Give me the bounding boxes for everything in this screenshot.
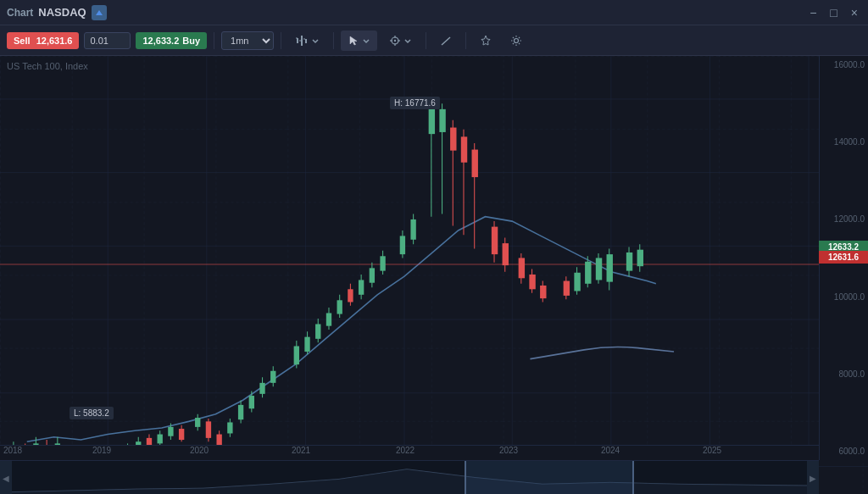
divider-1: [214, 32, 214, 49]
svg-rect-94: [370, 268, 375, 282]
x-label-2024: 2024: [601, 446, 620, 455]
svg-rect-72: [238, 405, 243, 419]
svg-rect-124: [574, 273, 580, 291]
svg-rect-114: [503, 243, 509, 265]
svg-rect-2: [305, 39, 307, 43]
symbol-icon: [92, 5, 107, 20]
svg-rect-100: [410, 219, 415, 240]
indicator-button[interactable]: [473, 31, 498, 51]
svg-rect-64: [195, 418, 200, 427]
svg-rect-74: [249, 396, 254, 408]
svg-rect-82: [304, 337, 309, 352]
price-12000: 12000.0: [823, 214, 865, 224]
x-label-2018: 2018: [3, 446, 22, 455]
chart-svg: [0, 56, 868, 494]
x-label-2022: 2022: [396, 446, 415, 455]
svg-rect-58: [158, 435, 163, 444]
x-label-2020: 2020: [190, 446, 209, 455]
maximize-button[interactable]: □: [826, 4, 840, 21]
close-button[interactable]: ×: [848, 4, 861, 21]
svg-rect-60: [168, 427, 173, 436]
chart-wrapper[interactable]: US Tech 100, Index H: 16771.6 L: 5883.2 …: [0, 56, 868, 494]
draw-tool-button[interactable]: [433, 31, 459, 51]
chart-label: Chart: [7, 7, 33, 19]
divider-5: [465, 32, 466, 49]
title-bar-right: − □ ×: [806, 4, 861, 21]
price-8000: 8000.0: [823, 369, 865, 379]
chart-type-button[interactable]: [288, 31, 326, 51]
svg-rect-70: [227, 422, 232, 433]
title-bar-left: Chart NASDAQ: [7, 5, 799, 20]
divider-2: [281, 32, 281, 49]
svg-rect-116: [519, 258, 525, 278]
svg-rect-1: [301, 36, 303, 46]
svg-rect-88: [337, 300, 342, 314]
sell-button[interactable]: Sell 12,631.6: [7, 32, 79, 49]
svg-rect-122: [564, 281, 570, 296]
settings-button[interactable]: [504, 31, 529, 51]
svg-rect-110: [472, 150, 478, 178]
svg-rect-137: [465, 461, 634, 494]
low-annotation: L: 5883.2: [70, 407, 114, 419]
nav-scroll-left[interactable]: ◀: [0, 461, 12, 494]
instrument-label: US Tech 100, Index: [7, 61, 88, 71]
svg-rect-134: [637, 250, 643, 267]
svg-rect-0: [297, 38, 298, 43]
divider-4: [426, 32, 426, 49]
svg-rect-98: [400, 236, 405, 254]
x-label-2021: 2021: [292, 446, 310, 455]
svg-point-13: [515, 38, 519, 42]
toolbar: Sell 12,631.6 12,633.2 Buy 1mn 5mn 15mn …: [0, 25, 868, 56]
crosshair-button[interactable]: [382, 31, 419, 51]
svg-rect-102: [429, 108, 435, 134]
minimize-button[interactable]: −: [806, 4, 820, 21]
svg-rect-104: [439, 109, 445, 132]
x-label-2019: 2019: [92, 446, 111, 455]
svg-line-12: [442, 37, 450, 45]
buy-button[interactable]: 12,633.2 Buy: [136, 32, 207, 49]
current-sell-label: 12631.6: [819, 251, 868, 264]
svg-rect-76: [259, 383, 264, 394]
divider-3: [333, 32, 334, 49]
svg-rect-92: [359, 280, 364, 294]
cursor-tool-button[interactable]: [341, 31, 377, 51]
svg-rect-84: [315, 324, 320, 338]
svg-rect-130: [607, 254, 613, 282]
svg-rect-108: [461, 136, 467, 162]
nav-scroll-right[interactable]: ▶: [807, 461, 819, 494]
main-chart-area: US Tech 100, Index H: 16771.6 L: 5883.2 …: [0, 56, 868, 494]
timeframe-select[interactable]: 1mn 5mn 15mn 1H 4H 1D: [221, 31, 274, 50]
high-annotation: H: 16771.6: [390, 97, 440, 109]
svg-rect-138: [465, 461, 466, 494]
svg-rect-126: [585, 262, 591, 284]
svg-rect-118: [529, 275, 535, 289]
spread-input[interactable]: [84, 32, 131, 49]
svg-rect-120: [540, 286, 546, 298]
svg-rect-80: [294, 346, 299, 364]
svg-rect-139: [632, 461, 634, 494]
svg-rect-90: [348, 289, 353, 302]
title-bar: Chart NASDAQ − □ ×: [0, 0, 868, 25]
svg-rect-128: [596, 258, 602, 280]
symbol-label: NASDAQ: [38, 6, 86, 19]
svg-rect-132: [626, 253, 632, 271]
price-10000: 10000.0: [823, 292, 865, 302]
svg-rect-96: [380, 256, 385, 270]
price-14000: 14000.0: [823, 137, 865, 147]
svg-rect-78: [270, 371, 275, 383]
svg-rect-66: [206, 421, 211, 438]
navigator[interactable]: ◀ ▶: [0, 460, 819, 494]
svg-rect-106: [450, 128, 456, 151]
x-axis: 2018 2019 2020 2021 2022 2023 2024 2025: [0, 445, 819, 460]
svg-rect-86: [326, 313, 331, 325]
x-label-2025: 2025: [703, 446, 721, 455]
x-label-2023: 2023: [499, 446, 518, 455]
svg-rect-112: [492, 227, 498, 255]
price-16000: 16000.0: [823, 60, 865, 69]
svg-point-7: [394, 39, 396, 41]
price-6000: 6000.0: [823, 447, 865, 456]
svg-rect-62: [179, 429, 184, 440]
